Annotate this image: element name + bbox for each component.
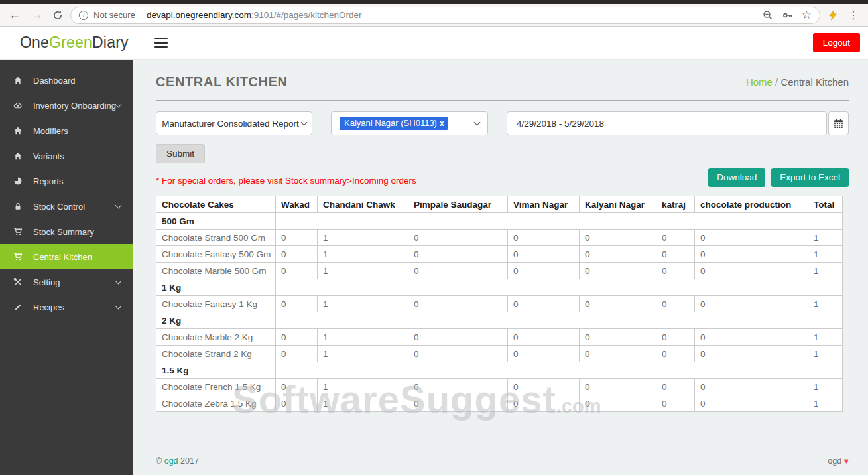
key-icon[interactable]	[782, 9, 794, 21]
value-cell: 0	[580, 329, 656, 346]
value-cell: 1	[808, 263, 843, 279]
value-cell: 0	[276, 329, 318, 346]
pie-chart-icon	[13, 176, 23, 186]
sidebar-item-label: Recipes	[33, 303, 116, 312]
item-name: Chocolate Fantasy 1 Kg	[156, 296, 276, 312]
forward-icon[interactable]: →	[29, 8, 45, 22]
store-multiselect[interactable]: Kalyani Nagar (SH0113) x	[331, 111, 488, 135]
sidebar-item-reports[interactable]: Reports	[0, 169, 133, 194]
sidebar-item-dashboard[interactable]: Dashboard	[0, 68, 133, 93]
sidebar-item-central-kitchen[interactable]: Central Kitchen	[0, 244, 133, 269]
pen-icon	[13, 302, 23, 312]
value-cell: 0	[508, 395, 580, 412]
sidebar-item-stock-summary[interactable]: Stock Summary	[0, 219, 133, 244]
calendar-icon[interactable]	[828, 111, 849, 135]
sidebar-item-label: Dashboard	[33, 76, 123, 86]
page-footer: © ogd 2017 ogd ♥	[156, 456, 849, 466]
value-cell: 1	[808, 329, 843, 346]
menu-icon[interactable]	[151, 33, 170, 54]
url-host: devapi.onegreendiary.com	[147, 10, 251, 20]
sidebar-item-label: Setting	[33, 277, 116, 287]
table-row-chocolate-fantasy-1-kg: Chocolate Fantasy 1 Kg01000001	[156, 296, 843, 312]
lock-icon	[13, 201, 23, 212]
date-range-input[interactable]: 4/29/2018 - 5/29/2018	[507, 111, 827, 135]
download-button[interactable]: Download	[708, 168, 765, 187]
copyright-symbol: ©	[156, 456, 162, 466]
report-type-select[interactable]: Manufacturer Consolidated Report	[156, 111, 312, 135]
breadcrumb-home-link[interactable]: Home	[746, 76, 773, 88]
back-icon[interactable]: ←	[7, 8, 23, 22]
value-cell: 1	[318, 296, 408, 312]
value-cell: 1	[318, 263, 408, 279]
value-cell: 1	[808, 246, 843, 263]
sidebar-item-recipes[interactable]: Recipes	[0, 295, 133, 320]
reload-icon[interactable]	[52, 9, 64, 21]
url-text[interactable]: devapi.onegreendiary.com:9101/#/pages/ki…	[147, 10, 757, 20]
sidebar-item-stock-control[interactable]: Stock Control	[0, 194, 133, 219]
value-cell: 0	[656, 263, 695, 279]
table-header-row: Chocolate CakesWakadChandani ChawkPimpal…	[156, 196, 843, 213]
item-name: Chocolate French 1.5 Kg	[156, 379, 276, 395]
value-cell: 0	[656, 296, 695, 312]
sidebar-item-label: Modifiers	[33, 126, 123, 136]
chevron-down-icon	[115, 303, 122, 310]
value-cell: 0	[508, 379, 580, 395]
home-icon	[13, 151, 23, 161]
sidebar-item-modifiers[interactable]: Modifiers	[0, 118, 133, 143]
star-icon[interactable]: ☆	[802, 9, 812, 21]
value-cell: 1	[318, 379, 408, 395]
sidebar-item-inventory-onboarding[interactable]: Inventory Onboarding	[0, 93, 133, 118]
store-tag-label: Kalyani Nagar (SH0113)	[344, 118, 437, 128]
logo-part-diary: Diary	[92, 34, 129, 51]
zoom-out-icon[interactable]	[762, 9, 774, 21]
value-cell: 0	[508, 329, 580, 346]
cloud-upload-icon	[13, 100, 23, 111]
value-cell: 0	[408, 230, 508, 246]
sidebar-item-setting[interactable]: Setting	[0, 269, 133, 295]
value-cell: 0	[408, 296, 508, 312]
export-to-excel-button[interactable]: Export to Excel	[771, 168, 849, 187]
value-cell: 1	[808, 379, 843, 395]
section-label: 2 Kg	[156, 312, 276, 329]
tools-icon	[13, 277, 23, 287]
cart-icon	[13, 251, 23, 262]
sidebar-item-label: Stock Control	[33, 202, 116, 212]
breadcrumb-current: Central Kitchen	[780, 76, 849, 88]
table-body: 500 GmChocolate Strand 500 Gm01000001Cho…	[156, 213, 843, 412]
value-cell: 0	[508, 296, 580, 312]
info-icon[interactable]: i	[79, 11, 88, 20]
sidebar-item-variants[interactable]: Variants	[0, 143, 133, 169]
value-cell: 0	[408, 263, 508, 279]
item-name: Chocolate Zebra 1.5 Kg	[156, 395, 276, 412]
value-cell: 0	[580, 379, 656, 395]
value-cell: 0	[276, 395, 318, 412]
submit-button[interactable]: Submit	[156, 144, 205, 163]
table-row-chocolate-strand-500-gm: Chocolate Strand 500 Gm01000001	[156, 230, 843, 246]
footer-copyright: © ogd 2017	[156, 456, 199, 466]
logout-button[interactable]: Logout	[813, 33, 860, 52]
chevron-down-icon	[300, 119, 307, 125]
store-tag: Kalyani Nagar (SH0113) x	[340, 117, 448, 130]
lightning-icon[interactable]	[827, 9, 839, 21]
special-orders-note: * For special orders, please visit Stock…	[156, 176, 416, 187]
tag-remove-icon[interactable]: x	[440, 119, 444, 127]
menu-dots-icon[interactable]: ⋮	[845, 9, 861, 21]
breadcrumb: Home / Central Kitchen	[746, 76, 849, 88]
app-header: OneGreenDiary Logout	[0, 27, 868, 60]
value-cell: 0	[695, 346, 808, 362]
chevron-down-icon	[115, 102, 122, 108]
value-cell: 0	[695, 296, 808, 312]
value-cell: 1	[808, 296, 843, 312]
heart-icon: ♥	[844, 456, 849, 466]
url-bar[interactable]: i Not secure devapi.onegreendiary.com:91…	[70, 7, 820, 24]
section-empty-cell	[276, 362, 843, 379]
home-icon	[13, 75, 23, 86]
value-cell: 1	[318, 395, 408, 412]
value-cell: 0	[508, 263, 580, 279]
footer-ogd-link[interactable]: ogd	[164, 456, 178, 466]
value-cell: 0	[408, 379, 508, 395]
value-cell: 0	[580, 346, 656, 362]
value-cell: 1	[318, 329, 408, 346]
value-cell: 0	[276, 230, 318, 246]
url-separator	[141, 10, 141, 21]
